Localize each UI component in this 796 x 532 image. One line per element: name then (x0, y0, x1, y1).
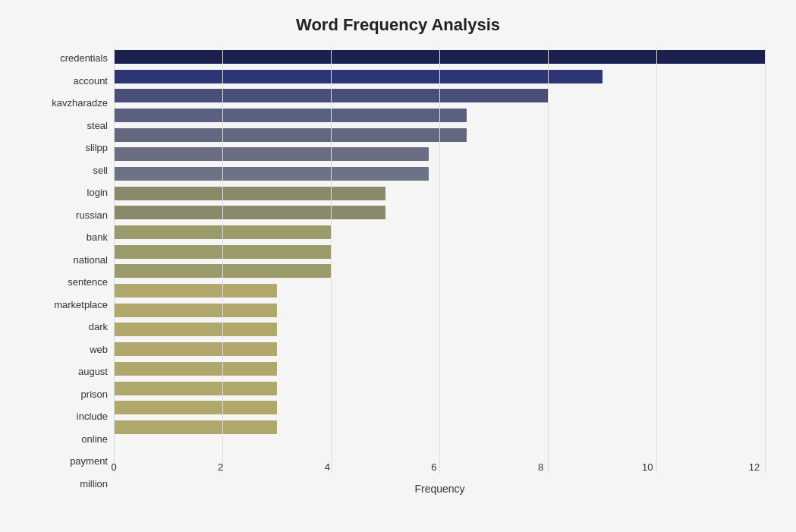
y-label: steal (87, 121, 108, 131)
y-label: sell (93, 165, 108, 175)
y-label: marketplace (54, 300, 108, 310)
bar (114, 362, 277, 376)
bar (114, 50, 766, 64)
x-axis-title: Frequency (114, 483, 766, 495)
bar-row (114, 127, 766, 143)
bar (114, 284, 277, 297)
y-label: million (80, 479, 108, 489)
y-label: account (73, 76, 108, 86)
bar (114, 167, 429, 181)
bar (114, 264, 331, 278)
bar (114, 109, 467, 122)
bar (114, 187, 385, 200)
bar-row (114, 302, 766, 319)
x-tick-label: 2 (209, 461, 232, 473)
bar (114, 401, 277, 414)
y-label: dark (89, 322, 108, 332)
bar (114, 245, 331, 259)
bar-row (114, 107, 766, 124)
bar (114, 89, 549, 102)
bar (114, 147, 429, 161)
bar-row (114, 263, 766, 279)
bar-row (114, 49, 766, 65)
bar-row (114, 244, 766, 260)
y-label: sentence (68, 277, 108, 287)
chart-title: Word Frequency Analysis (30, 15, 766, 35)
bar (114, 206, 385, 219)
bar-row (114, 165, 766, 182)
y-label: kavzharadze (52, 98, 108, 108)
x-tick-label: 0 (102, 461, 125, 473)
bars-wrapper (114, 47, 766, 458)
bar (114, 70, 603, 83)
bar (114, 382, 277, 395)
y-label: slilpp (85, 143, 108, 153)
y-label: prison (81, 389, 108, 399)
bar (114, 225, 331, 239)
bar-row (114, 399, 766, 416)
bar-row (114, 419, 766, 436)
bar-row (114, 380, 766, 397)
y-label: august (78, 367, 108, 376)
bar-row (114, 360, 766, 377)
y-label: russian (76, 210, 108, 220)
bars-and-grid: 024681012 Frequency (114, 47, 766, 495)
bottom-section: 024681012 Frequency (114, 458, 766, 495)
x-tick-label: 12 (743, 461, 766, 473)
bar-row (114, 204, 766, 221)
bar (114, 304, 277, 317)
bar (114, 342, 277, 356)
chart-container: Word Frequency Analysis credentialsaccou… (0, 0, 796, 532)
y-label: login (87, 187, 108, 197)
bar-row (114, 146, 766, 162)
bar-row (114, 321, 766, 338)
bar (114, 128, 467, 142)
y-label: web (90, 345, 108, 354)
x-tick-label: 10 (636, 461, 659, 473)
y-axis: credentialsaccountkavzharadzestealslilpp… (30, 47, 114, 495)
bar-row (114, 224, 766, 241)
x-tick-label: 4 (316, 461, 338, 473)
bar (114, 420, 277, 434)
bar-row (114, 68, 766, 85)
x-axis-labels: 024681012 (114, 458, 766, 480)
y-label: bank (87, 232, 108, 242)
bar-row (114, 341, 766, 357)
y-label: online (81, 434, 108, 444)
y-label: national (73, 255, 108, 265)
bar-row (114, 87, 766, 104)
bar (114, 323, 277, 336)
y-label: credentials (60, 53, 108, 63)
chart-area: credentialsaccountkavzharadzestealslilpp… (30, 47, 766, 495)
x-tick-label: 6 (423, 461, 445, 473)
x-tick-label: 8 (530, 461, 552, 473)
bar-row (114, 282, 766, 299)
bar-row (114, 185, 766, 202)
y-label: include (77, 411, 108, 421)
